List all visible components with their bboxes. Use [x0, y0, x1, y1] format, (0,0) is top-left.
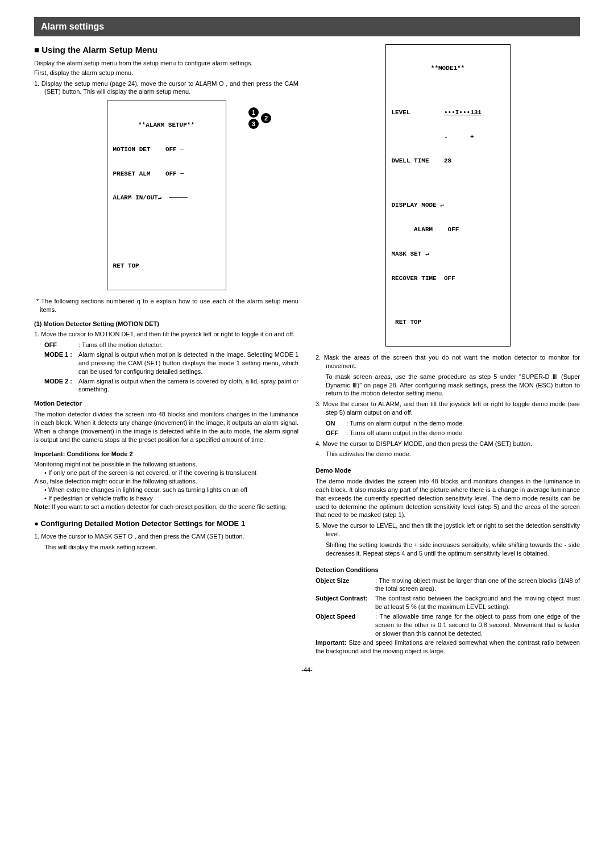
- mode1-l3: DISPLAY MODE: [392, 202, 437, 208]
- mode1-l3bb: OFF: [448, 226, 459, 233]
- mode1-l3ba: ALARM: [414, 226, 433, 233]
- mode1-l2b: 2S: [444, 157, 451, 164]
- page-header-bar: Alarm settings: [34, 17, 580, 36]
- right-steps3: 3. Move the cursor to ALARM, and then ti…: [316, 400, 580, 417]
- demo-heading: Demo Mode: [316, 466, 580, 475]
- right-steps: 2. Mask the areas of the screen that you…: [316, 353, 580, 370]
- s1-heading: (1) Motion Detector Setting (MOTION DET): [34, 320, 298, 328]
- alarm-menu-l3: ALARM IN/OUT: [113, 194, 158, 201]
- mode2-text: Alarm signal is output when the camera i…: [78, 377, 298, 394]
- page-number: -44-: [34, 666, 580, 674]
- mode2-label: MODE 2 :: [44, 377, 78, 394]
- steps-list: 1. Display the setup menu (page 24), mov…: [34, 80, 298, 97]
- mode1-l4: MASK SET: [392, 251, 422, 257]
- alarm-setup-screen: **ALARM SETUP** MOTION DET OFF ─ PRESET …: [107, 101, 226, 290]
- dc2-text: The contrast ratio between the backgroun…: [375, 594, 580, 611]
- mode1-ret: RET TOP: [395, 319, 421, 326]
- mode1-text: Alarm signal is output when motion is de…: [78, 350, 298, 376]
- r-step3: 3. Move the cursor to ALARM, and then ti…: [316, 400, 580, 417]
- off-label: OFF: [44, 341, 78, 349]
- off2-text: : Turns off alarm output in the demo mod…: [346, 429, 580, 437]
- s1-step1: 1. Move the cursor to MOTION DET, and th…: [34, 330, 298, 339]
- alarm-menu-l1b: OFF: [165, 146, 177, 153]
- callout-2: 2: [261, 113, 271, 123]
- mode1-l1b: •••I•••131: [444, 109, 482, 116]
- config-step1: 1. Move the cursor to MASK SET O , and t…: [34, 532, 298, 541]
- mode1-screen: **MODE1** LEVEL •••I•••131 - + DWELL TIM…: [385, 44, 511, 347]
- motion-detector-text: The motion detector divides the screen i…: [34, 410, 298, 444]
- important-final: Important: Size and speed limitations ar…: [316, 639, 580, 656]
- important-heading: Important: Conditions for Mode 2: [34, 450, 298, 458]
- callout-3: 3: [248, 119, 259, 129]
- config-steps: 1. Move the cursor to MASK SET O , and t…: [34, 532, 298, 541]
- mode1-l5a: RECOVER TIME: [392, 275, 437, 282]
- intro-1: Display the alarm setup menu from the se…: [34, 59, 298, 68]
- content-columns: ■ Using the Alarm Setup Menu Display the…: [34, 44, 580, 656]
- right-steps5: 5. Move the cursor to LEVEL, and then ti…: [316, 521, 580, 539]
- dc3-label: Object Speed: [316, 612, 375, 638]
- alarm-menu-l2b: OFF: [165, 170, 177, 177]
- dc3-text: : The allowable time range for the objec…: [375, 612, 580, 638]
- alarm-menu-ret: RET TOP: [113, 262, 220, 270]
- detection-heading: Detection Conditions: [316, 566, 580, 574]
- callout-1: 1: [248, 107, 259, 118]
- dc1-text: : The moving object must be larger than …: [375, 577, 580, 594]
- alarm-menu-l2a: PRESET ALM: [113, 170, 151, 177]
- r-step5b: Shifting the setting towards the + side …: [316, 541, 580, 558]
- r-step4b: This activates the demo mode.: [316, 450, 580, 458]
- on-text: : Turns on alarm output in the demo mode…: [346, 419, 580, 428]
- also-text: Also, false detection might occur in the…: [34, 477, 298, 486]
- off-text: : Turns off the motion detector.: [78, 341, 298, 349]
- motion-detector-heading: Motion Detector: [34, 399, 298, 408]
- off2-label: OFF: [326, 429, 346, 437]
- step-1: 1. Display the setup menu (page 24), mov…: [34, 80, 298, 97]
- intro-2: First, display the alarm setup menu.: [34, 69, 298, 77]
- configuring-heading: ● Configuring Detailed Motion Detector S…: [34, 519, 298, 529]
- alarm-menu-title: **ALARM SETUP**: [113, 121, 220, 129]
- r-step2: 2. Mask the areas of the screen that you…: [316, 353, 580, 370]
- left-column: ■ Using the Alarm Setup Menu Display the…: [34, 44, 298, 656]
- mode1-menu-wrap: **MODE1** LEVEL •••I•••131 - + DWELL TIM…: [316, 44, 580, 347]
- demo-text: The demo mode divides the screen into 48…: [316, 477, 580, 519]
- mode1-l1a: LEVEL: [392, 109, 410, 116]
- dc1-label: Object Size: [316, 577, 375, 594]
- note-text: Note: Note: If you want to set a motion …: [34, 503, 298, 511]
- right-steps4: 4. Move the cursor to DISPLAY MODE, and …: [316, 440, 580, 448]
- mode1-label: MODE 1 :: [44, 350, 78, 376]
- r-step5: 5. Move the cursor to LEVEL, and then ti…: [316, 521, 580, 539]
- config-step1b: This will display the mask setting scree…: [34, 543, 298, 552]
- important-b2: • When extreme changes in lighting occur…: [34, 486, 298, 494]
- mode1-l2a: DWELL TIME: [392, 157, 429, 164]
- footnote: * The following sections numbered q to e…: [34, 297, 298, 314]
- r-step4: 4. Move the cursor to DISPLAY MODE, and …: [316, 440, 580, 448]
- on-label: ON: [326, 419, 346, 428]
- alarm-menu-l1a: MOTION DET: [113, 146, 151, 153]
- mode1-title: **MODE1**: [392, 64, 504, 72]
- using-alarm-heading: ■ Using the Alarm Setup Menu: [34, 44, 298, 56]
- right-column: **MODE1** LEVEL •••I•••131 - + DWELL TIM…: [316, 44, 580, 656]
- alarm-menu-wrap: **ALARM SETUP** MOTION DET OFF ─ PRESET …: [34, 101, 298, 290]
- important-text: Monitoring might not be possible in the …: [34, 460, 298, 469]
- important-b3: • If pedestrian or vehicle traffic is he…: [34, 494, 298, 503]
- mode1-l5b: OFF: [444, 275, 455, 282]
- r-step2b: To mask screen areas, use the same proce…: [316, 373, 580, 398]
- dc2-label: Subject Contrast:: [316, 594, 375, 611]
- important-b1: • If only one part of the screen is not …: [34, 469, 298, 477]
- s1-steps: 1. Move the cursor to MOTION DET, and th…: [34, 330, 298, 339]
